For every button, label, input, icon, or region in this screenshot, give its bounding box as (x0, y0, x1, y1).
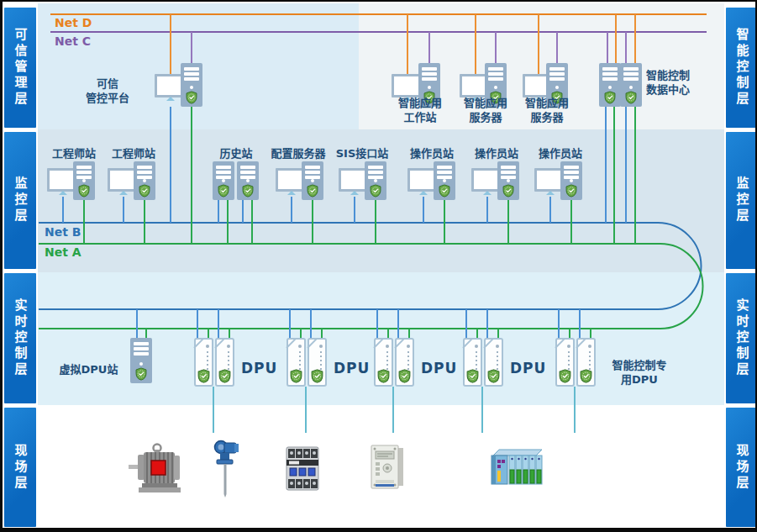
dpu-module-icon (395, 338, 414, 387)
layer-bar-realtime-right: 实时控制层 (726, 273, 757, 403)
motor-icon (129, 442, 182, 494)
security-shield-icon (625, 91, 637, 104)
security-shield-icon (311, 369, 323, 383)
server-tower-icon (181, 63, 202, 107)
security-shield-icon (307, 184, 318, 198)
net-b-label: Net B (45, 225, 81, 239)
dpu-module-icon (463, 338, 482, 387)
security-shield-icon (565, 184, 577, 198)
security-shield-icon (604, 91, 616, 104)
security-shield-icon (439, 184, 450, 198)
station-label-dpu-4: DPU (510, 361, 546, 376)
station-label-virtual-dpu: 虚拟DPU站 (49, 362, 129, 377)
security-shield-icon (466, 369, 479, 383)
security-shield-icon (398, 369, 411, 383)
security-shield-icon (197, 369, 210, 383)
transmitter-icon (213, 440, 240, 498)
layer-bar-field-right: 现场层 (726, 408, 757, 527)
dpu-module-icon (576, 338, 596, 387)
security-shield-icon (580, 369, 592, 383)
server-tower-icon (560, 161, 582, 200)
dpu-module-icon (308, 338, 327, 387)
remote-io-icon (488, 448, 544, 487)
station-label-trusted-platform: 可信 管控平台 (61, 76, 154, 105)
layer-bar-monitoring-right: 监控层 (726, 132, 757, 269)
security-shield-icon (377, 369, 390, 383)
station-label-dpu-3: DPU (421, 361, 457, 376)
layer-bar-trusted-management: 可信管理层 (4, 8, 36, 128)
dcs-architecture-diagram: 可信管理层 监控层 实时控制层 现场层 智能控制层 监控层 实时控制层 现场层 … (0, 0, 757, 532)
layer-bar-field-left: 现场层 (4, 408, 36, 527)
station-label-operator-3: 操作员站 (518, 146, 602, 161)
security-shield-icon (242, 184, 254, 198)
station-label-dpu-1: DPU (241, 361, 277, 376)
security-shield-icon (370, 184, 381, 198)
dpu-module-icon (484, 338, 503, 387)
dpu-module-icon (194, 338, 213, 387)
security-shield-icon (290, 369, 302, 383)
station-label-data-center: 智能控制 数据中心 (646, 68, 723, 97)
server-tower-icon (134, 161, 155, 200)
server-tower-icon (302, 161, 323, 200)
station-label-engineer-2: 工程师站 (92, 146, 176, 161)
net-a-label: Net A (45, 245, 81, 259)
protection-relay-icon (370, 444, 405, 490)
dpu-module-icon (374, 338, 393, 387)
security-shield-icon (78, 184, 90, 198)
server-tower-icon (497, 161, 519, 200)
security-shield-icon (135, 367, 147, 381)
net-c-label: Net C (55, 34, 91, 48)
server-tower-icon (434, 161, 455, 200)
server-tower-icon (365, 161, 386, 200)
dpu-module-icon (555, 338, 575, 387)
dpu-module-icon (287, 338, 306, 387)
security-shield-icon (139, 184, 150, 198)
server-tower-icon (73, 161, 95, 200)
security-shield-icon (487, 369, 500, 383)
security-shield-icon (186, 91, 197, 104)
server-tower-icon (213, 161, 234, 200)
contactor-icon (283, 445, 322, 492)
security-shield-icon (218, 184, 229, 198)
station-label-dedicated-dpu: 智能控制专 用DPU (599, 358, 680, 387)
layer-bar-realtime-left: 实时控制层 (4, 273, 36, 403)
server-tower-icon (599, 63, 621, 107)
server-tower-icon (130, 338, 152, 383)
net-d-label: Net D (55, 16, 92, 29)
station-label-app-server-2: 智能应用 服务器 (505, 96, 589, 124)
server-tower-icon (237, 161, 259, 200)
security-shield-icon (218, 369, 231, 383)
station-label-dpu-2: DPU (334, 361, 370, 376)
layer-bar-intelligent-control: 智能控制层 (726, 8, 757, 128)
security-shield-icon (502, 184, 514, 198)
dpu-module-icon (215, 338, 234, 387)
security-shield-icon (559, 369, 571, 383)
server-tower-icon (620, 63, 642, 107)
